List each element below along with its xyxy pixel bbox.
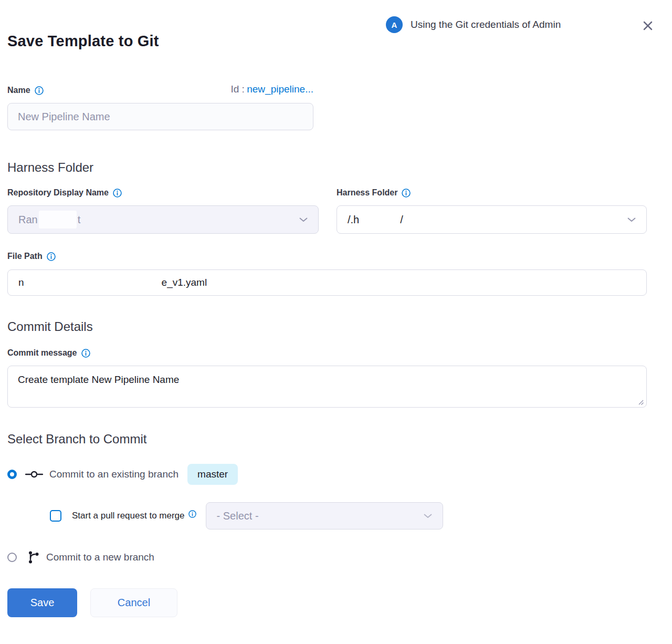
repository-info-icon[interactable] (113, 189, 122, 198)
name-info-icon[interactable] (35, 86, 44, 95)
name-label-row: Name (7, 86, 44, 95)
chevron-down-icon (424, 514, 432, 518)
target-branch-placeholder: - Select - (217, 510, 259, 522)
branch-badge: master (187, 464, 238, 485)
git-credentials-toast: A Using the Git credentials of Admin (386, 16, 561, 33)
chevron-down-icon (299, 217, 308, 222)
save-template-dialog: A Using the Git credentials of Admin Sav… (0, 0, 672, 644)
commit-message-info-icon[interactable] (81, 349, 90, 358)
folder-select[interactable]: /.h / (337, 205, 647, 234)
commit-message-label-row: Commit message (7, 348, 647, 358)
git-branch-icon (27, 550, 40, 564)
folder-value-start: /.h (348, 214, 359, 226)
file-path-label-row: File Path (7, 252, 647, 261)
chevron-down-icon (627, 217, 636, 222)
file-path-input[interactable]: n e_v1.yaml (7, 269, 647, 296)
file-path-value-start: n (18, 277, 24, 288)
commit-message-textarea[interactable]: Create template New Pipeline Name (7, 366, 647, 408)
existing-branch-label: Commit to an existing branch (49, 469, 178, 480)
redaction-overlay (39, 211, 77, 228)
pull-request-info-icon[interactable] (188, 510, 196, 518)
repository-label-row: Repository Display Name (7, 188, 319, 198)
folder-info-icon[interactable] (402, 189, 411, 198)
pull-request-row: Start a pull request to merge - Select - (50, 502, 647, 529)
target-branch-select: - Select - (206, 502, 443, 529)
dialog-actions: Save Cancel (7, 588, 647, 617)
pull-request-checkbox[interactable] (50, 510, 61, 522)
cancel-button[interactable]: Cancel (90, 588, 177, 617)
repository-value-end: t (78, 214, 81, 226)
avatar: A (386, 16, 403, 33)
commit-message-label: Commit message (7, 348, 77, 358)
toast-message: Using the Git credentials of Admin (411, 19, 561, 30)
git-commit-icon (25, 469, 43, 480)
new-branch-label: Commit to a new branch (46, 552, 154, 563)
file-path-value-end: e_v1.yaml (162, 277, 207, 288)
folder-label: Harness Folder (337, 188, 397, 198)
repository-select: Ran t (7, 205, 319, 234)
existing-branch-radio[interactable] (7, 470, 17, 479)
folder-label-row: Harness Folder (337, 188, 647, 198)
id-label: Id : (230, 84, 244, 95)
name-label: Name (7, 86, 30, 95)
resize-handle[interactable] (638, 399, 644, 406)
repository-value-start: Ran (18, 214, 38, 226)
file-path-info-icon[interactable] (47, 252, 56, 261)
repository-label: Repository Display Name (7, 188, 109, 198)
folder-value-end: / (400, 214, 403, 226)
pull-request-label: Start a pull request to merge (72, 511, 185, 521)
select-branch-heading: Select Branch to Commit (7, 432, 647, 446)
name-input[interactable] (7, 103, 313, 130)
new-branch-row: Commit to a new branch (7, 550, 647, 564)
commit-details-heading: Commit Details (7, 319, 647, 334)
save-button[interactable]: Save (7, 588, 77, 617)
file-path-label: File Path (7, 252, 43, 261)
template-id-link[interactable]: new_pipeline... (247, 84, 313, 95)
name-field-block: Name Id : new_pipeline... (7, 84, 313, 130)
close-icon[interactable] (641, 19, 655, 33)
harness-folder-heading: Harness Folder (7, 160, 647, 175)
new-branch-radio[interactable] (7, 553, 17, 562)
existing-branch-row: Commit to an existing branch master (7, 464, 647, 485)
